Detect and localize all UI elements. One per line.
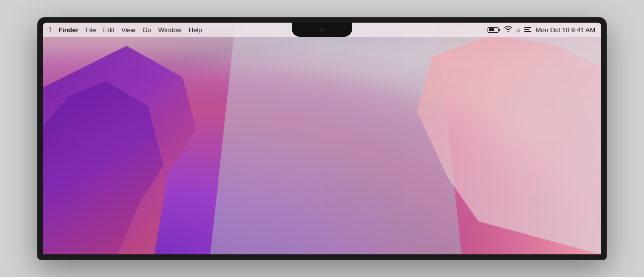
- menubar-left:  Finder File Edit View Go Window Help: [49, 26, 202, 34]
- go-menu[interactable]: Go: [142, 26, 151, 34]
- cc-bar-3: [524, 31, 531, 32]
- wallpaper-center-wave: [210, 23, 462, 254]
- datetime-display: Mon Oct 18 9:41 AM: [535, 26, 595, 34]
- battery-icon: [488, 27, 500, 33]
- window-menu[interactable]: Window: [158, 26, 182, 34]
- spotlight-search-icon[interactable]: ⌕: [516, 26, 520, 34]
- file-menu[interactable]: File: [86, 26, 96, 34]
- view-menu[interactable]: View: [121, 26, 135, 34]
- laptop-frame:  Finder File Edit View Go Window Help: [38, 18, 606, 259]
- screen:  Finder File Edit View Go Window Help: [43, 23, 601, 254]
- cc-bar-1: [524, 27, 531, 28]
- cc-bar-2: [524, 29, 529, 30]
- wifi-icon[interactable]: [504, 25, 512, 34]
- camera-dot: [320, 28, 324, 32]
- battery-body: [488, 27, 499, 33]
- battery-tip: [499, 29, 500, 31]
- finder-menu[interactable]: Finder: [58, 26, 78, 34]
- edit-menu[interactable]: Edit: [103, 26, 114, 34]
- control-center-icon[interactable]: [524, 27, 531, 33]
- help-menu[interactable]: Help: [189, 26, 202, 34]
- battery-fill: [489, 28, 494, 31]
- menubar-right: ⌕ Mon Oct 18 9:41 AM: [488, 25, 595, 34]
- apple-logo-icon[interactable]: : [49, 26, 51, 33]
- notch: [292, 23, 352, 37]
